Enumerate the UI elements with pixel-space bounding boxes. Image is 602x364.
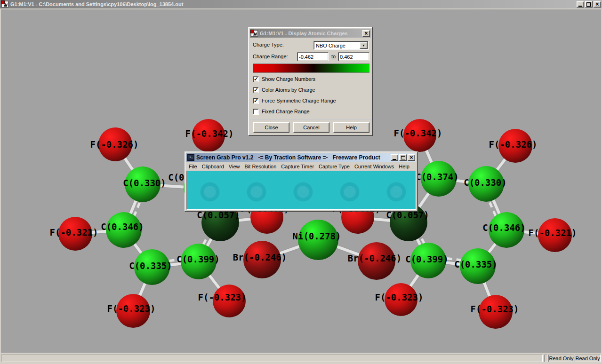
checkbox-row[interactable]: ✓ Show Charge Numbers bbox=[253, 76, 315, 82]
check-icon: ✓ bbox=[254, 97, 258, 104]
menu-item-clipboard[interactable]: Clipboard bbox=[200, 164, 226, 169]
check-icon: ✓ bbox=[254, 87, 258, 93]
dialog-app-icon bbox=[251, 30, 258, 37]
menu-item-file[interactable]: File bbox=[186, 164, 200, 169]
checkbox[interactable] bbox=[253, 109, 259, 115]
gaussview-app-icon bbox=[1, 1, 8, 8]
menu-item-view[interactable]: View bbox=[226, 164, 242, 169]
minimize-button[interactable] bbox=[577, 1, 584, 8]
main-window-title: G1:M1:V1 - C:\Documents and Settings\cpy… bbox=[10, 1, 577, 7]
dialog-window-controls: × bbox=[362, 30, 370, 37]
atom-charge-label: F(-0.323) bbox=[375, 292, 424, 302]
checkbox[interactable]: ✓ bbox=[253, 98, 259, 104]
main-window: G1:M1:V1 - C:\Documents and Settings\cpy… bbox=[0, 0, 602, 364]
dialog-title: G1:M1:V1 - Display Atomic Charges bbox=[260, 31, 362, 36]
checkbox-label: Fixed Charge Range bbox=[262, 109, 310, 114]
atom-charge-label: F(-0.326) bbox=[489, 139, 538, 150]
close-icon: × bbox=[364, 31, 368, 36]
minimize-icon bbox=[578, 6, 582, 7]
atom-charge-label: C(0.335) bbox=[454, 259, 498, 269]
minimize-icon bbox=[393, 159, 396, 160]
checkbox-row[interactable]: ✓ Force Symmetric Charge Range bbox=[253, 97, 336, 104]
menu-item-help[interactable]: Help bbox=[396, 164, 412, 169]
checkbox-label: Force Symmetric Charge Range bbox=[262, 98, 336, 103]
charge-range-label: Charge Range: bbox=[253, 54, 288, 59]
help-button[interactable]: Help bbox=[333, 122, 369, 133]
dialog-close-button[interactable]: × bbox=[362, 30, 370, 37]
atom-charge-label: F(-0.321) bbox=[529, 228, 577, 238]
atom-charge-label: F(-0.323) bbox=[198, 292, 247, 302]
checkbox[interactable]: ✓ bbox=[253, 87, 259, 93]
screengrab-app-icon bbox=[187, 154, 194, 161]
screengrab-menubar: File Clipboard View Bit Resolution Captu… bbox=[186, 162, 416, 171]
screengrab-close-button[interactable]: × bbox=[408, 154, 415, 161]
menu-item-bit-resolution[interactable]: Bit Resolution bbox=[242, 164, 279, 169]
screengrab-window-controls: × bbox=[391, 154, 415, 161]
maximize-icon bbox=[401, 156, 405, 159]
charge-type-combobox[interactable]: NBO Charge ▼ bbox=[313, 41, 369, 50]
checkbox[interactable]: ✓ bbox=[253, 76, 259, 82]
close-button[interactable]: Close bbox=[253, 122, 289, 133]
main-window-controls: × bbox=[577, 1, 601, 8]
atom-charge-label: Br(-0.246) bbox=[348, 253, 401, 263]
screengrab-title: Screen Grab Pro v1.2 -= By Traction Soft… bbox=[196, 154, 391, 161]
charge-range-max-input[interactable] bbox=[338, 52, 369, 61]
checkbox-row[interactable]: Fixed Charge Range bbox=[253, 108, 310, 115]
atom-charge-label: C(0.330) bbox=[123, 178, 166, 188]
atom-charge-label: Br(-0.246) bbox=[233, 252, 287, 262]
close-icon: × bbox=[595, 1, 599, 7]
menu-item-capture-type[interactable]: Capture Type bbox=[316, 164, 352, 169]
checkbox-label: Show Charge Numbers bbox=[262, 76, 315, 82]
atom-charge-label: C(0.346) bbox=[101, 222, 144, 232]
charge-color-gradient-bar bbox=[253, 63, 369, 73]
restore-button[interactable] bbox=[585, 1, 593, 8]
screen-grab-pro-window: Screen Grab Pro v1.2 -= By Traction Soft… bbox=[185, 151, 418, 212]
atom-charge-label: C(0.346) bbox=[482, 222, 526, 233]
chevron-down-icon: ▼ bbox=[362, 44, 365, 47]
charge-type-value: NBO Charge bbox=[316, 43, 345, 48]
close-icon: × bbox=[409, 155, 413, 160]
menu-item-capture-timer[interactable]: Capture Timer bbox=[279, 164, 316, 169]
atom-charge-label: F(-0.321) bbox=[50, 227, 98, 237]
main-titlebar[interactable]: G1:M1:V1 - C:\Documents and Settings\cpy… bbox=[0, 0, 602, 8]
atom-charge-label: C(0.399) bbox=[405, 254, 449, 264]
screengrab-titlebar[interactable]: Screen Grab Pro v1.2 -= By Traction Soft… bbox=[186, 153, 416, 162]
atom-charge-label: C(0.335) bbox=[129, 261, 172, 271]
menu-item-current-windows[interactable]: Current Windows bbox=[352, 164, 396, 169]
status-field bbox=[544, 355, 547, 362]
atom-charge-label: C(0.399) bbox=[177, 254, 220, 264]
cancel-button[interactable]: Cancel bbox=[293, 122, 329, 133]
atom-charge-label: C(0.330) bbox=[464, 177, 507, 188]
atom-charge-label: F(-0.342) bbox=[394, 128, 442, 138]
dialog-titlebar[interactable]: G1:M1:V1 - Display Atomic Charges × bbox=[250, 29, 371, 38]
screengrab-maximize-button[interactable] bbox=[399, 154, 407, 161]
charge-range-min-input[interactable] bbox=[297, 52, 329, 61]
screengrab-minimize-button[interactable] bbox=[391, 154, 398, 161]
atom-charge-label: F(-0.323) bbox=[107, 303, 156, 314]
close-button[interactable]: × bbox=[594, 1, 601, 8]
checkbox-row[interactable]: ✓ Color Atoms by Charge bbox=[253, 87, 315, 93]
charge-type-dropdown-button[interactable]: ▼ bbox=[360, 42, 368, 49]
atom-charge-label: C(0.374) bbox=[416, 172, 459, 182]
status-field: Read Only bbox=[548, 355, 574, 362]
atom-charge-label: F(-0.326) bbox=[90, 139, 139, 150]
status-field bbox=[1, 355, 543, 362]
charge-range-to-label: to bbox=[331, 54, 336, 59]
status-bar: Read Only Read Only bbox=[0, 353, 602, 363]
atom-charge-label: F(-0.323) bbox=[471, 304, 519, 314]
atom-charge-label: Ni(0.278) bbox=[293, 231, 341, 241]
restore-icon bbox=[586, 2, 591, 7]
charge-type-label: Charge Type: bbox=[253, 42, 284, 47]
checkbox-label: Color Atoms by Charge bbox=[262, 87, 315, 93]
dialog-separator bbox=[250, 119, 371, 120]
check-icon: ✓ bbox=[254, 76, 258, 82]
status-field: Read Only bbox=[575, 355, 601, 362]
screengrab-content-area[interactable] bbox=[186, 171, 416, 210]
atom-charge-label: F(-0.342) bbox=[185, 128, 234, 139]
display-atomic-charges-dialog: G1:M1:V1 - Display Atomic Charges × Char… bbox=[248, 27, 373, 136]
